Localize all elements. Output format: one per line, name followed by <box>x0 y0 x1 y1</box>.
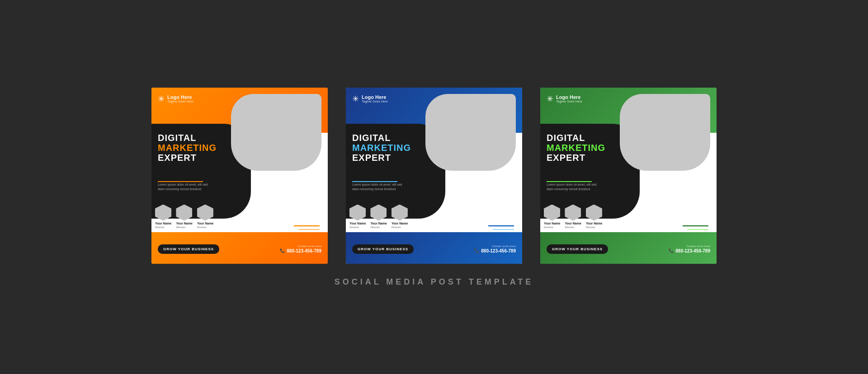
heading-expert-orange: EXPERT <box>158 153 217 163</box>
card-logo-orange: ✳ Logo Here Tagline Goes Here <box>158 94 193 104</box>
card-description-green: Lorem ipsum dolor sit amet, elit sed dia… <box>547 182 597 192</box>
heading-marketing-orange: MARKETING <box>158 143 217 153</box>
team-title-2-blue: Director <box>370 226 380 229</box>
team-name-2-blue: Your Name <box>370 222 387 225</box>
card-blue: ✳ Logo Here Tagline Goes Here DIGITAL MA… <box>346 88 522 264</box>
grow-business-badge-orange: GROW YOUR BUSINESS <box>158 244 219 254</box>
card-diag-svg-orange <box>294 224 321 233</box>
contact-section-green: Contact us for more 📞 880-123-456-789 <box>669 245 710 253</box>
card-description-blue: Lorem ipsum dolor sit amet, elit sed dia… <box>352 182 402 192</box>
team-member-3-green: Your Name Director <box>586 205 602 229</box>
team-member-3-blue: Your Name Director <box>392 205 408 229</box>
team-avatar-3-orange <box>197 205 213 221</box>
desc-line1-orange: Lorem ipsum dolor sit amet, elit sed <box>158 182 208 187</box>
card-bottom-bar-blue: GROW YOUR BUSINESS Contact us for more 📞… <box>346 234 522 264</box>
desc-line1-green: Lorem ipsum dolor sit amet, elit sed <box>547 182 597 187</box>
heading-digital-green: DIGITAL <box>547 133 605 143</box>
team-title-3-blue: Director <box>392 226 401 229</box>
card-heading-orange: DIGITAL MARKETING EXPERT <box>158 133 217 163</box>
logo-icon-blue: ✳ <box>352 94 359 104</box>
desc-line1-blue: Lorem ipsum dolor sit amet, elit sed <box>352 182 402 187</box>
contact-label-orange: Contact us for more <box>297 245 321 248</box>
team-title-1-green: Director <box>544 226 553 229</box>
phone-icon-blue: 📞 <box>474 248 479 253</box>
team-name-2-green: Your Name <box>565 222 581 225</box>
heading-expert-blue: EXPERT <box>352 153 411 163</box>
desc-line2-blue: diam nonummy ismod tincidunt <box>352 187 402 192</box>
team-avatar-1-green <box>544 205 560 221</box>
card-logo-green: ✳ Logo Here Tagline Goes Here <box>547 94 582 104</box>
team-name-3-blue: Your Name <box>392 222 408 225</box>
team-avatar-1-orange <box>155 205 171 221</box>
team-member-1-blue: Your Name Director <box>349 205 366 229</box>
team-name-2-orange: Your Name <box>176 222 192 225</box>
team-avatar-2-orange <box>176 205 192 221</box>
team-member-2-blue: Your Name Director <box>370 205 387 229</box>
team-member-2-green: Your Name Director <box>565 205 581 229</box>
team-avatar-3-blue <box>392 205 408 221</box>
heading-digital-blue: DIGITAL <box>352 133 411 143</box>
heading-digital-orange: DIGITAL <box>158 133 217 143</box>
heading-marketing-blue: MARKETING <box>352 143 411 153</box>
team-name-1-orange: Your Name <box>155 222 171 225</box>
team-member-1-green: Your Name Director <box>544 205 560 229</box>
logo-text-green: Logo Here Tagline Goes Here <box>556 94 582 103</box>
desc-line2-orange: diam nonummy ismod tincidunt <box>158 187 208 192</box>
card-heading-green: DIGITAL MARKETING EXPERT <box>547 133 605 163</box>
team-avatar-2-green <box>565 205 581 221</box>
team-title-2-orange: Director <box>176 226 185 229</box>
card-image-placeholder-blue <box>425 94 516 171</box>
card-description-orange: Lorem ipsum dolor sit amet, elit sed dia… <box>158 182 208 192</box>
card-diag-svg-green <box>683 224 710 233</box>
logo-tagline-green: Tagline Goes Here <box>556 100 582 103</box>
card-team-blue: Your Name Director Your Name Director Yo… <box>349 205 408 229</box>
card-accent-line-blue <box>352 181 397 182</box>
team-member-2-orange: Your Name Director <box>176 205 192 229</box>
team-title-2-green: Director <box>565 226 574 229</box>
team-avatar-3-green <box>586 205 602 221</box>
contact-number-blue: 📞 880-123-456-789 <box>474 248 516 253</box>
logo-icon-green: ✳ <box>547 94 553 104</box>
logo-icon-orange: ✳ <box>158 94 165 104</box>
grow-business-badge-blue: GROW YOUR BUSINESS <box>352 244 414 254</box>
card-heading-blue: DIGITAL MARKETING EXPERT <box>352 133 411 163</box>
logo-title-blue: Logo Here <box>362 94 388 100</box>
contact-section-orange: Contact us for more 📞 880-123-456-789 <box>280 245 321 253</box>
page-label: SOCIAL MEDIA POST TEMPLATE <box>335 277 534 287</box>
card-bottom-bar-green: GROW YOUR BUSINESS Contact us for more 📞… <box>540 234 717 264</box>
team-name-3-green: Your Name <box>586 222 602 225</box>
logo-tagline-blue: Tagline Goes Here <box>362 100 388 103</box>
team-avatar-1-blue <box>349 205 366 221</box>
contact-section-blue: Contact us for more 📞 880-123-456-789 <box>474 245 516 253</box>
logo-tagline-orange: Tagline Goes Here <box>167 100 193 103</box>
team-title-3-orange: Director <box>197 226 207 229</box>
team-avatar-2-blue <box>370 205 387 221</box>
team-title-1-orange: Director <box>155 226 165 229</box>
team-name-1-blue: Your Name <box>349 222 366 225</box>
card-team-orange: Your Name Director Your Name Director Yo… <box>155 205 213 229</box>
card-image-placeholder-orange <box>231 94 321 171</box>
card-accent-line-green <box>547 181 592 182</box>
team-title-3-green: Director <box>586 226 595 229</box>
card-diag-svg-blue <box>489 224 516 233</box>
desc-line2-green: diam nonummy ismod tincidunt <box>547 187 597 192</box>
phone-icon-orange: 📞 <box>280 248 285 253</box>
contact-label-green: Contact us for more <box>686 245 710 248</box>
heading-expert-green: EXPERT <box>547 153 605 163</box>
logo-title-green: Logo Here <box>556 94 582 100</box>
team-title-1-blue: Director <box>349 226 359 229</box>
contact-label-blue: Contact us for more <box>492 245 516 248</box>
card-image-placeholder-green <box>620 94 710 171</box>
team-name-1-green: Your Name <box>544 222 560 225</box>
grow-business-badge-green: GROW YOUR BUSINESS <box>547 244 608 254</box>
card-team-green: Your Name Director Your Name Director Yo… <box>544 205 602 229</box>
logo-title-orange: Logo Here <box>167 94 193 100</box>
team-member-1-orange: Your Name Director <box>155 205 171 229</box>
card-logo-blue: ✳ Logo Here Tagline Goes Here <box>352 94 388 104</box>
card-orange: ✳ Logo Here Tagline Goes Here DIGITAL MA… <box>151 88 328 264</box>
heading-marketing-green: MARKETING <box>547 143 605 153</box>
contact-number-green: 📞 880-123-456-789 <box>669 248 710 253</box>
phone-icon-green: 📞 <box>669 248 674 253</box>
team-name-3-orange: Your Name <box>197 222 213 225</box>
contact-number-orange: 📞 880-123-456-789 <box>280 248 321 253</box>
